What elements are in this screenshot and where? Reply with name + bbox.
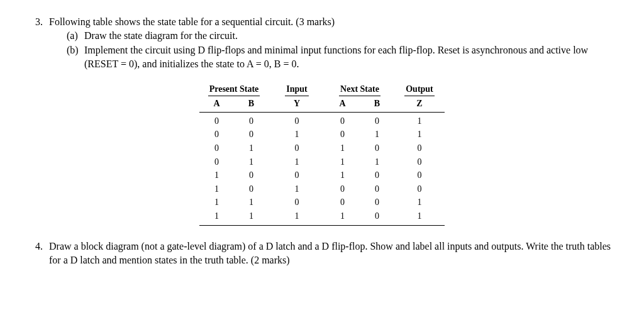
state-table: Present State Input Next State Output A …: [199, 83, 445, 226]
table-subheader-row: A B Y A B Z: [199, 97, 445, 113]
cell-next-b: 0: [360, 196, 394, 209]
cell-next-b: 1: [360, 155, 394, 169]
question-3: 3. Following table shows the state table…: [30, 15, 614, 226]
question-4-text: Draw a block diagram (not a gate-level d…: [49, 240, 614, 268]
cell-input-y: 0: [269, 169, 325, 182]
cell-output-z: 0: [394, 169, 445, 182]
question-3-part-b-text: Implement the circuit using D flip-flops…: [84, 43, 614, 72]
question-4: 4. Draw a block diagram (not a gate-leve…: [30, 240, 614, 268]
header-input: Input: [269, 83, 325, 98]
table-row: 010100: [199, 141, 445, 155]
header-next-state: Next State: [325, 83, 394, 98]
cell-output-z: 0: [394, 182, 445, 196]
cell-next-b: 0: [360, 169, 394, 182]
cell-next-b: 1: [360, 128, 394, 141]
header-present-state: Present State: [199, 83, 269, 98]
cell-next-a: 1: [325, 141, 360, 155]
cell-next-a: 0: [325, 114, 360, 128]
cell-next-a: 0: [325, 182, 360, 196]
cell-present-b: 0: [234, 128, 269, 141]
cell-output-z: 1: [394, 209, 445, 223]
state-table-container: Present State Input Next State Output A …: [30, 83, 614, 226]
subheader-next-a: A: [325, 97, 360, 110]
table-row: 011110: [199, 155, 445, 169]
cell-output-z: 0: [394, 155, 445, 169]
question-4-line: 4. Draw a block diagram (not a gate-leve…: [30, 240, 614, 268]
subheader-present-a: A: [199, 97, 234, 110]
table-row: 100100: [199, 169, 445, 182]
cell-next-a: 1: [325, 169, 360, 182]
cell-present-b: 1: [234, 209, 269, 223]
cell-output-z: 0: [394, 141, 445, 155]
cell-present-a: 1: [199, 182, 234, 196]
cell-present-a: 0: [199, 128, 234, 141]
cell-input-y: 0: [269, 196, 325, 209]
cell-present-b: 0: [234, 169, 269, 182]
cell-output-z: 1: [394, 114, 445, 128]
cell-next-a: 0: [325, 196, 360, 209]
cell-next-b: 0: [360, 141, 394, 155]
table-body: 0000010010110101000111101001001010001100…: [199, 114, 445, 223]
cell-present-b: 0: [234, 182, 269, 196]
cell-next-b: 0: [360, 182, 394, 196]
cell-present-b: 0: [234, 114, 269, 128]
table-row: 101000: [199, 182, 445, 196]
cell-present-a: 0: [199, 155, 234, 169]
subheader-next-b: B: [360, 97, 394, 110]
table-row: 110001: [199, 196, 445, 209]
subheader-input-y: Y: [269, 97, 325, 110]
table-header-row: Present State Input Next State Output: [199, 83, 445, 98]
question-4-number: 4.: [30, 240, 49, 253]
cell-input-y: 1: [269, 209, 325, 223]
subheader-output-z: Z: [394, 97, 445, 110]
cell-present-b: 1: [234, 155, 269, 169]
question-3-part-a-label: (a): [67, 29, 84, 43]
cell-next-a: 0: [325, 128, 360, 141]
cell-input-y: 0: [269, 141, 325, 155]
cell-present-a: 1: [199, 169, 234, 182]
cell-next-b: 0: [360, 114, 394, 128]
cell-input-y: 1: [269, 155, 325, 169]
question-3-intro-text: Following table shows the state table fo…: [49, 15, 614, 29]
cell-present-b: 1: [234, 141, 269, 155]
cell-present-b: 1: [234, 196, 269, 209]
cell-input-y: 0: [269, 114, 325, 128]
cell-present-a: 1: [199, 209, 234, 223]
question-3-part-b-label: (b): [67, 43, 84, 57]
cell-present-a: 0: [199, 114, 234, 128]
question-3-part-a: (a) Draw the state diagram for the circu…: [49, 29, 614, 43]
question-3-number: 3.: [30, 15, 49, 29]
cell-output-z: 1: [394, 128, 445, 141]
cell-input-y: 1: [269, 128, 325, 141]
question-3-part-a-text: Draw the state diagram for the circuit.: [84, 29, 614, 43]
question-3-intro-line: 3. Following table shows the state table…: [30, 15, 614, 29]
header-output: Output: [394, 83, 445, 98]
table-row: 000001: [199, 114, 445, 128]
cell-next-a: 1: [325, 155, 360, 169]
cell-output-z: 1: [394, 196, 445, 209]
table-row: 111101: [199, 209, 445, 223]
cell-input-y: 1: [269, 182, 325, 196]
question-3-part-b: (b) Implement the circuit using D flip-f…: [49, 43, 614, 72]
table-row: 001011: [199, 128, 445, 141]
subheader-present-b: B: [234, 97, 269, 110]
cell-present-a: 0: [199, 141, 234, 155]
cell-next-b: 0: [360, 209, 394, 223]
table-bottom-rule: [199, 225, 445, 226]
cell-present-a: 1: [199, 196, 234, 209]
cell-next-a: 1: [325, 209, 360, 223]
